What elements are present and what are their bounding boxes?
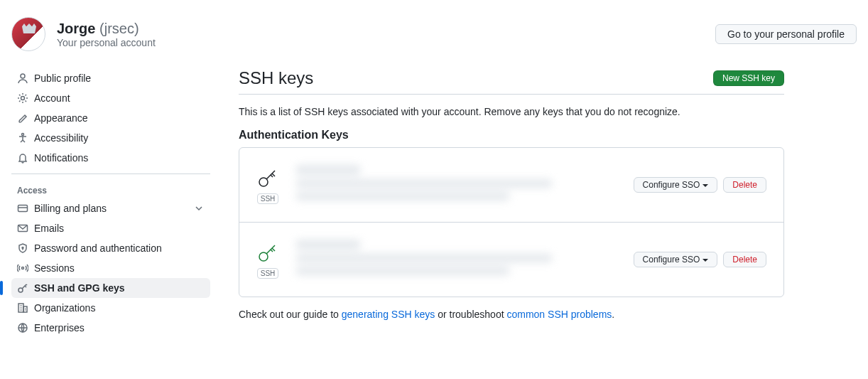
- sidebar-item-label: Emails: [34, 223, 64, 234]
- sidebar-item-label: Billing and plans: [34, 203, 107, 214]
- key-icon: [17, 282, 28, 294]
- dropdown-caret-icon: [702, 184, 708, 187]
- new-ssh-key-button[interactable]: New SSH key: [713, 70, 784, 86]
- svg-point-0: [21, 74, 25, 78]
- delete-key-button[interactable]: Delete: [723, 177, 766, 193]
- auth-keys-heading: Authentication Keys: [239, 129, 784, 142]
- sidebar-item-enterprises[interactable]: Enterprises: [11, 318, 210, 338]
- ssh-key-list: SSHConfigure SSODeleteSSHConfigure SSODe…: [239, 147, 784, 297]
- svg-point-2: [22, 134, 24, 136]
- svg-rect-8: [18, 304, 23, 312]
- globe-icon: [17, 322, 28, 333]
- sidebar-item-emails[interactable]: Emails: [11, 218, 210, 238]
- sidebar-item-label: Enterprises: [34, 322, 85, 333]
- profile-header: Jorge (jrsec) Your personal account: [11, 17, 156, 51]
- key-icon: SSH: [256, 166, 279, 204]
- sidebar-item-label: Notifications: [34, 152, 88, 164]
- sidebar-item-accessibility[interactable]: Accessibility: [11, 128, 210, 148]
- ssh-badge: SSH: [257, 268, 279, 279]
- sidebar-item-account[interactable]: Account: [11, 88, 210, 108]
- svg-point-5: [22, 247, 23, 249]
- ssh-key-row: SSHConfigure SSODelete: [239, 148, 783, 223]
- key-icon: SSH: [256, 241, 279, 279]
- sidebar-item-organizations[interactable]: Organizations: [11, 298, 210, 318]
- gear-icon: [17, 92, 28, 104]
- dropdown-caret-icon: [702, 259, 708, 262]
- generating-keys-link[interactable]: generating SSH keys: [342, 309, 435, 320]
- go-to-profile-button[interactable]: Go to your personal profile: [715, 24, 857, 44]
- org-icon: [17, 302, 28, 314]
- configure-sso-button[interactable]: Configure SSO: [634, 177, 718, 193]
- sidebar-item-label: Account: [34, 92, 70, 104]
- delete-key-button[interactable]: Delete: [723, 252, 766, 267]
- page-description: This is a list of SSH keys associated wi…: [239, 106, 784, 117]
- sidebar-item-label: SSH and GPG keys: [34, 282, 125, 294]
- svg-rect-3: [18, 205, 28, 212]
- key-details-redacted: [296, 165, 617, 205]
- sidebar-item-appearance[interactable]: Appearance: [11, 108, 210, 128]
- ssh-badge: SSH: [257, 193, 279, 204]
- broadcast-icon: [17, 262, 28, 274]
- svg-point-6: [22, 267, 24, 269]
- sidebar-item-notifications[interactable]: Notifications: [11, 148, 210, 168]
- sidebar-item-ssh-and-gpg-keys[interactable]: SSH and GPG keys: [11, 278, 210, 298]
- profile-name: Jorge (jrsec): [57, 21, 156, 37]
- common-problems-link[interactable]: common SSH problems: [506, 309, 612, 320]
- shield-icon: [17, 242, 28, 254]
- person-icon: [17, 73, 28, 84]
- configure-sso-button[interactable]: Configure SSO: [634, 252, 718, 267]
- ssh-key-row: SSHConfigure SSODelete: [239, 223, 783, 297]
- sidebar-item-label: Sessions: [34, 262, 75, 274]
- avatar[interactable]: [11, 17, 45, 51]
- sidebar-item-label: Accessibility: [34, 132, 88, 144]
- sidebar-item-label: Public profile: [34, 73, 91, 84]
- divider: [11, 174, 210, 174]
- sidebar-item-label: Appearance: [34, 112, 88, 124]
- svg-rect-9: [23, 306, 27, 312]
- mail-icon: [17, 223, 28, 234]
- key-details-redacted: [296, 240, 617, 279]
- footer-note: Check out our guide to generating SSH ke…: [239, 309, 784, 320]
- sidebar-item-sessions[interactable]: Sessions: [11, 258, 210, 278]
- sidebar-item-billing-and-plans[interactable]: Billing and plans: [11, 198, 210, 218]
- chevron-down-icon: [193, 203, 205, 214]
- access-heading: Access: [11, 180, 210, 198]
- svg-point-1: [21, 97, 25, 100]
- sidebar-item-password-and-authentication[interactable]: Password and authentication: [11, 238, 210, 258]
- sidebar-item-public-profile[interactable]: Public profile: [11, 68, 210, 88]
- page-title: SSH keys: [239, 68, 313, 88]
- accessibility-icon: [17, 132, 28, 144]
- card-icon: [17, 203, 28, 214]
- bell-icon: [17, 152, 28, 164]
- settings-sidebar: Public profileAccountAppearanceAccessibi…: [11, 68, 210, 338]
- main-content: SSH keys New SSH key This is a list of S…: [239, 68, 784, 338]
- sidebar-item-label: Password and authentication: [34, 242, 162, 254]
- profile-subtitle: Your personal account: [57, 37, 156, 48]
- sidebar-item-label: Organizations: [34, 302, 95, 314]
- brush-icon: [17, 112, 28, 124]
